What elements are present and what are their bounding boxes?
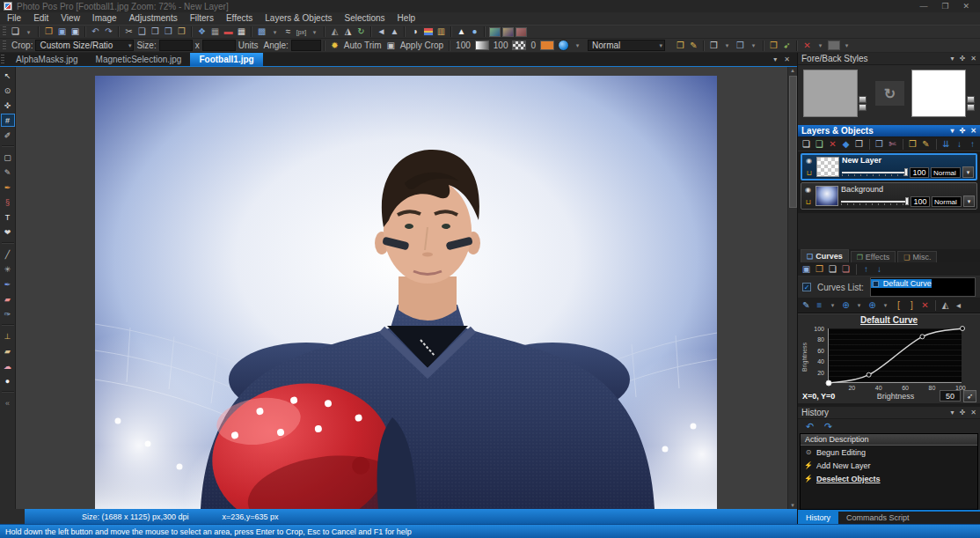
- paste-as-new-image-button[interactable]: ❒: [162, 26, 175, 38]
- tab-history[interactable]: History: [798, 512, 838, 524]
- pattern-style-chip[interactable]: [512, 41, 526, 50]
- flip-vertical-button[interactable]: ▲: [388, 26, 401, 38]
- crop-width-input[interactable]: [159, 40, 193, 51]
- texture-style-chip[interactable]: [540, 41, 554, 50]
- apply-curve-x-menu-button[interactable]: ▾: [852, 299, 866, 312]
- color-levels-button[interactable]: ▥: [435, 26, 448, 38]
- foreground-style-swatch[interactable]: [803, 70, 858, 117]
- transform-object-button[interactable]: ❒: [767, 40, 780, 52]
- toolbar-grip[interactable]: [3, 41, 6, 51]
- panel-menu-icon[interactable]: ▾: [951, 409, 954, 416]
- angle-input[interactable]: [291, 40, 321, 51]
- opacity-value[interactable]: 100: [911, 196, 930, 207]
- smudge-tool-button[interactable]: ☁: [1, 359, 15, 372]
- history-item[interactable]: ⚡Add New Layer: [801, 459, 977, 472]
- curves-list-item-selected[interactable]: Default Curve: [871, 279, 932, 288]
- panel-menu-icon[interactable]: ▾: [951, 55, 954, 63]
- scroll-up-icon[interactable]: ▴: [791, 67, 794, 74]
- history-undo-button[interactable]: ↶: [803, 420, 816, 432]
- lasso-tool-button[interactable]: ✎: [1, 166, 15, 179]
- flip-horizontal-button[interactable]: ◄: [375, 26, 388, 38]
- effect-preset-2-button[interactable]: [501, 26, 515, 38]
- blend-mode-dropdown[interactable]: ▾: [962, 166, 974, 178]
- curve-value-input[interactable]: 50: [940, 390, 961, 402]
- canvas-area[interactable]: ▴ ▾: [16, 67, 797, 509]
- menu-layers-objects[interactable]: Layers & Objects: [259, 12, 338, 25]
- tab-effects[interactable]: ❐Effects: [851, 251, 896, 262]
- rotate-canvas-button[interactable]: ↻: [355, 26, 368, 38]
- blend-mode-value[interactable]: Normal: [932, 196, 962, 207]
- dodge-tool-button[interactable]: ●: [1, 374, 15, 387]
- brush-tip-chip[interactable]: [558, 40, 569, 51]
- fill-tool-button[interactable]: ✒: [1, 181, 15, 194]
- restore-button[interactable]: ❐: [941, 2, 948, 11]
- opacity-slider[interactable]: [841, 197, 909, 205]
- pin-icon[interactable]: ✜: [960, 409, 966, 416]
- curve-apply-button[interactable]: ➶: [963, 390, 976, 402]
- auto-trim-button[interactable]: ✹: [328, 40, 341, 52]
- slider-thumb[interactable]: [904, 168, 908, 176]
- save-file-button[interactable]: ▣: [55, 26, 69, 38]
- curve-point[interactable]: [961, 327, 965, 331]
- layer-properties-button[interactable]: ◆: [839, 138, 852, 151]
- scroll-down-icon[interactable]: ▾: [791, 502, 794, 509]
- flip-curve-button[interactable]: ◭: [939, 299, 952, 312]
- eye-icon[interactable]: ◉: [804, 157, 814, 166]
- object-layers-button[interactable]: ❒: [734, 40, 747, 52]
- document-tab[interactable]: MagneticSelection.jpg: [87, 53, 191, 66]
- image-info-menu-button[interactable]: ▾: [268, 26, 282, 38]
- close-icon[interactable]: ✕: [970, 409, 976, 416]
- paste-as-new-layer-button[interactable]: ❒: [175, 26, 188, 38]
- deselect-objects-button[interactable]: ✕: [801, 40, 814, 52]
- toolbar-grip[interactable]: [3, 26, 6, 37]
- layer-name[interactable]: Background: [841, 185, 975, 194]
- pixel-units-button[interactable]: [px]: [295, 26, 308, 38]
- background-style-options[interactable]: [967, 96, 975, 111]
- save-curves-button[interactable]: ▣: [800, 263, 813, 276]
- rotate-curve-right-button[interactable]: ]: [905, 299, 918, 312]
- background-style-swatch[interactable]: [911, 70, 966, 117]
- crop-height-input[interactable]: [202, 40, 236, 51]
- tab-misc[interactable]: ❑Misc.: [897, 251, 937, 262]
- curve-point[interactable]: [920, 335, 925, 339]
- rotate-curve-left-button[interactable]: [: [892, 299, 905, 312]
- curve-chart[interactable]: Brightness 20406080100 20406080100: [798, 326, 980, 391]
- layer-row[interactable]: ◉⊔New Layer100Normal▾: [801, 153, 977, 181]
- enlarge-image-button[interactable]: ▦: [235, 26, 248, 38]
- document-tab[interactable]: Football1.jpg: [190, 53, 262, 66]
- path-tool-button[interactable]: ✐: [1, 129, 15, 142]
- tab-curves[interactable]: ❏Curves: [801, 249, 849, 262]
- text-tool-button[interactable]: T: [1, 210, 15, 224]
- delete-layer-button[interactable]: ✕: [826, 138, 839, 151]
- opacity-slider[interactable]: [842, 168, 908, 176]
- blend-mode-select[interactable]: Normal ▾: [588, 40, 665, 51]
- photo-football-player[interactable]: [95, 76, 717, 509]
- load-curves-button[interactable]: ❐: [813, 263, 826, 276]
- menu-edit[interactable]: Edit: [27, 12, 55, 25]
- eraser-tool-button[interactable]: ▰: [1, 292, 15, 306]
- color-balance-button[interactable]: [421, 26, 435, 38]
- blend-mode-value[interactable]: Normal: [931, 167, 961, 178]
- rect-select-tool-button[interactable]: ▢: [1, 151, 15, 164]
- menu-effects[interactable]: Effects: [220, 12, 259, 25]
- object-layers-menu-button[interactable]: ▾: [747, 40, 760, 52]
- pixel-units-menu-button[interactable]: ▾: [308, 26, 321, 38]
- tabbar-grip[interactable]: [1, 55, 4, 65]
- menu-help[interactable]: Help: [391, 12, 422, 25]
- apply-crop-label[interactable]: Apply Crop: [400, 41, 443, 50]
- pin-icon[interactable]: ✜: [960, 127, 966, 135]
- canvas-vertical-scrollbar[interactable]: ▴ ▾: [787, 67, 797, 509]
- history-item[interactable]: ⚡Deselect Objects: [801, 472, 977, 485]
- mirror-curve-button[interactable]: ◂: [952, 299, 965, 312]
- redo-button[interactable]: ↷: [102, 26, 115, 38]
- close-button[interactable]: ✕: [962, 2, 969, 11]
- text-object-menu-button[interactable]: ▾: [720, 40, 734, 52]
- shapes-tool-button[interactable]: ❤: [1, 225, 15, 239]
- curves-listbox[interactable]: Default Curve: [870, 277, 976, 297]
- history-item[interactable]: ⊙Begun Editing: [801, 446, 977, 459]
- delete-curve-button[interactable]: ❏: [839, 263, 852, 276]
- crop-preset-select[interactable]: Custom Size/Ratio ▾: [35, 40, 134, 51]
- blend-mode-dropdown[interactable]: ▾: [963, 195, 975, 207]
- curve-plot-area[interactable]: [828, 328, 962, 383]
- resize-larger-button[interactable]: ◮: [341, 26, 355, 38]
